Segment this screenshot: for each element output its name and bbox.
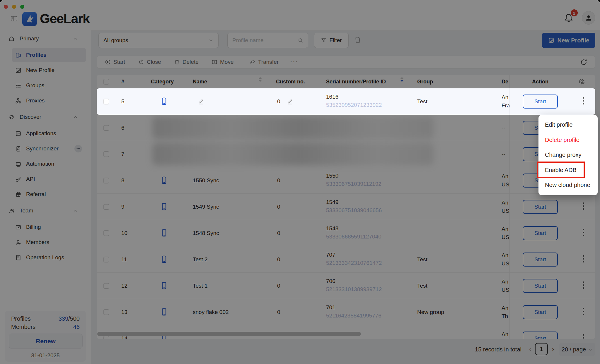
serial-profile-id: 1616535230952071233922 [326, 93, 382, 109]
start-button[interactable]: Start [523, 95, 558, 109]
pencil-icon[interactable] [287, 98, 294, 106]
annotation-rectangle [537, 162, 585, 178]
phone-category-icon [160, 97, 168, 107]
dim-overlay [0, 0, 600, 364]
row-index: 5 [121, 88, 125, 115]
menu-item-edit-profile[interactable]: Edit profile [538, 117, 598, 133]
group-name: Test [417, 88, 427, 115]
geelark-window: GeeLark 2 PrimaryProfilesNew ProfileGrou… [0, 0, 600, 364]
highlighted-row-content: 501616535230952071233922TestAnFraStart [97, 88, 595, 115]
profile-id: 535230952071233922 [326, 101, 382, 109]
pencil-icon[interactable] [197, 98, 204, 106]
custom-number: 0 [277, 88, 280, 115]
highlighted-row[interactable]: 501616535230952071233922TestAnFraStart [97, 88, 595, 115]
row-more-actions-icon[interactable] [581, 97, 586, 104]
serial-number: 1616 [326, 93, 382, 101]
menu-item-change-proxy[interactable]: Change proxy [538, 147, 598, 163]
device-info: AnFra [502, 93, 510, 110]
row-checkbox[interactable] [103, 99, 109, 104]
fixed-column-divider [509, 88, 510, 115]
menu-item-new-cloud-phone[interactable]: New cloud phone [538, 178, 598, 193]
menu-item-delete-profile[interactable]: Delete profile [538, 133, 598, 148]
row-context-menu: Edit profileDelete profileChange proxyEn… [538, 115, 598, 195]
